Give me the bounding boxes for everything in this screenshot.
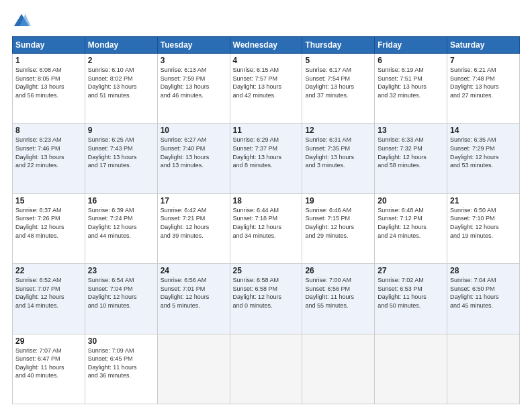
day-details: Sunrise: 6:08 AM Sunset: 8:05 PM Dayligh… xyxy=(15,66,82,99)
day-number: 23 xyxy=(88,266,154,275)
day-details: Sunrise: 6:13 AM Sunset: 7:59 PM Dayligh… xyxy=(161,66,227,99)
day-number: 25 xyxy=(233,266,300,275)
day-details: Sunrise: 7:04 AM Sunset: 6:50 PM Dayligh… xyxy=(450,276,517,310)
day-number: 7 xyxy=(450,56,517,65)
calendar-cell: 1Sunrise: 6:08 AM Sunset: 8:05 PM Daylig… xyxy=(13,54,85,124)
day-details: Sunrise: 6:39 AM Sunset: 7:24 PM Dayligh… xyxy=(88,206,154,240)
calendar-cell: 3Sunrise: 6:13 AM Sunset: 7:59 PM Daylig… xyxy=(157,54,230,124)
logo-icon xyxy=(12,12,31,31)
logo xyxy=(12,12,34,31)
calendar-cell: 17Sunrise: 6:42 AM Sunset: 7:21 PM Dayli… xyxy=(157,193,230,263)
day-details: Sunrise: 7:02 AM Sunset: 6:53 PM Dayligh… xyxy=(378,276,444,310)
day-details: Sunrise: 6:58 AM Sunset: 6:58 PM Dayligh… xyxy=(233,276,300,310)
calendar-cell: 13Sunrise: 6:33 AM Sunset: 7:32 PM Dayli… xyxy=(375,124,447,193)
calendar-week-4: 22Sunrise: 6:52 AM Sunset: 7:07 PM Dayli… xyxy=(13,264,520,334)
calendar-cell: 24Sunrise: 6:56 AM Sunset: 7:01 PM Dayli… xyxy=(157,264,230,334)
day-details: Sunrise: 6:19 AM Sunset: 7:51 PM Dayligh… xyxy=(378,66,444,99)
calendar-header-row: SundayMondayTuesdayWednesdayThursdayFrid… xyxy=(13,37,520,54)
calendar-cell: 4Sunrise: 6:15 AM Sunset: 7:57 PM Daylig… xyxy=(230,54,302,124)
day-number: 30 xyxy=(88,336,154,346)
day-details: Sunrise: 7:07 AM Sunset: 6:47 PM Dayligh… xyxy=(15,347,82,380)
day-number: 27 xyxy=(378,266,444,275)
day-details: Sunrise: 6:27 AM Sunset: 7:40 PM Dayligh… xyxy=(161,136,227,169)
day-details: Sunrise: 6:21 AM Sunset: 7:48 PM Dayligh… xyxy=(450,66,517,99)
day-header-wednesday: Wednesday xyxy=(230,37,302,54)
day-number: 1 xyxy=(15,56,82,65)
day-number: 22 xyxy=(15,266,82,275)
day-details: Sunrise: 6:15 AM Sunset: 7:57 PM Dayligh… xyxy=(233,66,300,99)
day-details: Sunrise: 6:35 AM Sunset: 7:29 PM Dayligh… xyxy=(450,136,517,169)
header xyxy=(12,12,520,31)
calendar-cell: 5Sunrise: 6:17 AM Sunset: 7:54 PM Daylig… xyxy=(302,54,375,124)
day-number: 20 xyxy=(378,196,444,205)
day-number: 17 xyxy=(161,196,227,205)
page: SundayMondayTuesdayWednesdayThursdayFrid… xyxy=(0,0,532,411)
calendar-week-1: 1Sunrise: 6:08 AM Sunset: 8:05 PM Daylig… xyxy=(13,54,520,124)
day-number: 9 xyxy=(88,126,154,135)
day-number: 28 xyxy=(450,266,517,275)
day-details: Sunrise: 6:42 AM Sunset: 7:21 PM Dayligh… xyxy=(161,206,227,240)
day-number: 5 xyxy=(305,56,371,65)
calendar-cell: 16Sunrise: 6:39 AM Sunset: 7:24 PM Dayli… xyxy=(85,193,157,263)
calendar-week-2: 8Sunrise: 6:23 AM Sunset: 7:46 PM Daylig… xyxy=(13,124,520,193)
calendar-cell: 21Sunrise: 6:50 AM Sunset: 7:10 PM Dayli… xyxy=(447,193,520,263)
calendar-cell xyxy=(447,334,520,404)
day-details: Sunrise: 6:17 AM Sunset: 7:54 PM Dayligh… xyxy=(305,66,371,99)
day-details: Sunrise: 7:00 AM Sunset: 6:56 PM Dayligh… xyxy=(305,276,371,310)
day-number: 18 xyxy=(233,196,300,205)
day-number: 14 xyxy=(450,126,517,135)
calendar-cell xyxy=(375,334,447,404)
calendar-cell: 6Sunrise: 6:19 AM Sunset: 7:51 PM Daylig… xyxy=(375,54,447,124)
day-details: Sunrise: 6:31 AM Sunset: 7:35 PM Dayligh… xyxy=(305,136,371,169)
calendar-cell: 14Sunrise: 6:35 AM Sunset: 7:29 PM Dayli… xyxy=(447,124,520,193)
day-number: 4 xyxy=(233,56,300,65)
calendar-cell: 27Sunrise: 7:02 AM Sunset: 6:53 PM Dayli… xyxy=(375,264,447,334)
day-header-tuesday: Tuesday xyxy=(157,37,230,54)
day-number: 21 xyxy=(450,196,517,205)
calendar-cell: 28Sunrise: 7:04 AM Sunset: 6:50 PM Dayli… xyxy=(447,264,520,334)
day-number: 26 xyxy=(305,266,371,275)
day-number: 13 xyxy=(378,126,444,135)
calendar-cell xyxy=(302,334,375,404)
calendar-cell: 22Sunrise: 6:52 AM Sunset: 7:07 PM Dayli… xyxy=(13,264,85,334)
day-details: Sunrise: 6:50 AM Sunset: 7:10 PM Dayligh… xyxy=(450,206,517,240)
calendar-week-5: 29Sunrise: 7:07 AM Sunset: 6:47 PM Dayli… xyxy=(13,334,520,404)
day-details: Sunrise: 6:48 AM Sunset: 7:12 PM Dayligh… xyxy=(378,206,444,240)
day-number: 19 xyxy=(305,196,371,205)
day-number: 12 xyxy=(305,126,371,135)
day-details: Sunrise: 6:25 AM Sunset: 7:43 PM Dayligh… xyxy=(88,136,154,169)
calendar-cell: 19Sunrise: 6:46 AM Sunset: 7:15 PM Dayli… xyxy=(302,193,375,263)
calendar-cell: 23Sunrise: 6:54 AM Sunset: 7:04 PM Dayli… xyxy=(85,264,157,334)
day-number: 16 xyxy=(88,196,154,205)
day-details: Sunrise: 6:52 AM Sunset: 7:07 PM Dayligh… xyxy=(15,276,82,310)
calendar-cell: 10Sunrise: 6:27 AM Sunset: 7:40 PM Dayli… xyxy=(157,124,230,193)
day-number: 8 xyxy=(15,126,82,135)
day-header-friday: Friday xyxy=(375,37,447,54)
day-number: 24 xyxy=(161,266,227,275)
calendar-cell: 26Sunrise: 7:00 AM Sunset: 6:56 PM Dayli… xyxy=(302,264,375,334)
day-number: 11 xyxy=(233,126,300,135)
day-details: Sunrise: 6:10 AM Sunset: 8:02 PM Dayligh… xyxy=(88,66,154,99)
day-number: 10 xyxy=(161,126,227,135)
calendar-cell: 7Sunrise: 6:21 AM Sunset: 7:48 PM Daylig… xyxy=(447,54,520,124)
calendar-cell: 15Sunrise: 6:37 AM Sunset: 7:26 PM Dayli… xyxy=(13,193,85,263)
day-number: 3 xyxy=(161,56,227,65)
calendar-cell xyxy=(230,334,302,404)
day-details: Sunrise: 6:23 AM Sunset: 7:46 PM Dayligh… xyxy=(15,136,82,169)
calendar-cell: 8Sunrise: 6:23 AM Sunset: 7:46 PM Daylig… xyxy=(13,124,85,193)
calendar-cell xyxy=(157,334,230,404)
day-number: 15 xyxy=(15,196,82,205)
day-details: Sunrise: 6:56 AM Sunset: 7:01 PM Dayligh… xyxy=(161,276,227,310)
day-details: Sunrise: 6:29 AM Sunset: 7:37 PM Dayligh… xyxy=(233,136,300,169)
calendar-cell: 12Sunrise: 6:31 AM Sunset: 7:35 PM Dayli… xyxy=(302,124,375,193)
day-header-sunday: Sunday xyxy=(13,37,85,54)
day-details: Sunrise: 6:46 AM Sunset: 7:15 PM Dayligh… xyxy=(305,206,371,240)
day-header-saturday: Saturday xyxy=(447,37,520,54)
day-header-monday: Monday xyxy=(85,37,157,54)
day-details: Sunrise: 6:37 AM Sunset: 7:26 PM Dayligh… xyxy=(15,206,82,240)
day-details: Sunrise: 6:33 AM Sunset: 7:32 PM Dayligh… xyxy=(378,136,444,169)
calendar-cell: 18Sunrise: 6:44 AM Sunset: 7:18 PM Dayli… xyxy=(230,193,302,263)
day-number: 6 xyxy=(378,56,444,65)
calendar-cell: 9Sunrise: 6:25 AM Sunset: 7:43 PM Daylig… xyxy=(85,124,157,193)
calendar-cell: 20Sunrise: 6:48 AM Sunset: 7:12 PM Dayli… xyxy=(375,193,447,263)
